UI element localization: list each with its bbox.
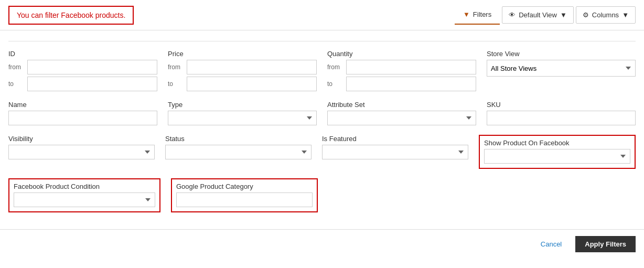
visibility-filter-group: Visibility <box>8 135 155 169</box>
default-view-chevron-icon: ▼ <box>560 11 567 19</box>
status-filter-group: Status <box>165 135 312 169</box>
sku-filter-group: SKU <box>487 101 636 125</box>
filter-row-1: ID from to Price from <box>8 50 636 91</box>
id-from-row: from <box>8 60 157 74</box>
visibility-select[interactable] <box>8 145 155 159</box>
filter-icon: ▼ <box>463 10 470 18</box>
sku-label: SKU <box>487 101 636 109</box>
columns-button[interactable]: ⚙ Columns ▼ <box>576 6 636 24</box>
google-product-category-input[interactable] <box>176 192 313 207</box>
is-featured-select[interactable] <box>322 145 468 159</box>
facebook-product-condition-select[interactable] <box>14 192 155 207</box>
cancel-button[interactable]: Cancel <box>535 237 567 251</box>
is-featured-label: Is Featured <box>322 135 468 143</box>
show-product-facebook-filter-group: Show Product On Facebook <box>479 135 636 169</box>
filter-message: You can filter Facebook products. <box>8 6 134 25</box>
quantity-to-label: to <box>327 80 342 88</box>
facebook-product-condition-filter-group: Facebook Product Condition <box>8 178 160 212</box>
attribute-set-label: Attribute Set <box>327 101 476 109</box>
top-bar-right: ▼ Filters 👁 Default View ▼ ⚙ Columns ▼ <box>455 5 636 25</box>
quantity-filter-group: Quantity from to <box>327 50 476 91</box>
divider <box>8 41 636 41</box>
quantity-label: Quantity <box>327 50 476 58</box>
sku-input[interactable] <box>487 111 636 125</box>
eye-icon: 👁 <box>509 11 516 19</box>
quantity-from-label: from <box>327 63 342 71</box>
action-bar: Cancel Apply Filters <box>0 229 644 259</box>
attribute-set-filter-group: Attribute Set <box>327 101 476 125</box>
facebook-product-condition-label: Facebook Product Condition <box>14 183 155 190</box>
id-from-to: from to <box>8 60 157 91</box>
visibility-label: Visibility <box>8 135 155 143</box>
type-filter-group: Type <box>168 101 317 125</box>
top-bar: You can filter Facebook products. ▼ Filt… <box>0 0 644 30</box>
id-to-label: to <box>8 80 23 88</box>
status-label: Status <box>165 135 312 143</box>
google-product-category-filter-group: Google Product Category <box>171 178 318 212</box>
price-from-label: from <box>168 63 183 71</box>
attribute-set-select[interactable] <box>327 111 476 125</box>
price-from-to: from to <box>168 60 317 91</box>
price-from-row: from <box>168 60 317 74</box>
default-view-label: Default View <box>519 11 557 19</box>
quantity-from-input[interactable] <box>346 60 476 74</box>
quantity-to-row: to <box>327 77 476 91</box>
price-to-row: to <box>168 77 317 91</box>
store-view-select[interactable]: All Store Views <box>487 60 636 77</box>
show-product-facebook-label: Show Product On Facebook <box>484 139 630 147</box>
id-from-label: from <box>8 63 23 71</box>
filters-tab[interactable]: ▼ Filters <box>455 5 500 25</box>
price-to-input[interactable] <box>187 77 317 91</box>
is-featured-filter-group: Is Featured <box>322 135 468 169</box>
top-bar-left: You can filter Facebook products. <box>8 6 134 25</box>
store-view-label: Store View <box>487 50 636 58</box>
price-to-label: to <box>168 80 183 88</box>
id-label: ID <box>8 50 157 58</box>
type-label: Type <box>168 101 317 109</box>
store-view-filter-group: Store View All Store Views <box>487 50 636 91</box>
columns-chevron-icon: ▼ <box>622 11 629 19</box>
name-label: Name <box>8 101 157 109</box>
status-select[interactable] <box>165 145 312 159</box>
columns-label: Columns <box>592 11 619 19</box>
filter-row-4: Facebook Product Condition Google Produc… <box>8 178 636 212</box>
price-from-input[interactable] <box>187 60 317 74</box>
filters-tab-label: Filters <box>473 10 491 18</box>
google-product-category-label: Google Product Category <box>176 183 313 190</box>
quantity-from-row: from <box>327 60 476 74</box>
id-to-input[interactable] <box>27 77 157 91</box>
id-to-row: to <box>8 77 157 91</box>
price-label: Price <box>168 50 317 58</box>
filter-area: ID from to Price from <box>0 30 644 227</box>
filter-row-3: Visibility Status Is Featured Show Produ… <box>8 135 636 169</box>
filter-row-2: Name Type Attribute Set SKU <box>8 101 636 125</box>
default-view-button[interactable]: 👁 Default View ▼ <box>502 6 574 24</box>
id-filter-group: ID from to <box>8 50 157 91</box>
quantity-to-input[interactable] <box>346 77 476 91</box>
name-input[interactable] <box>8 111 157 125</box>
name-filter-group: Name <box>8 101 157 125</box>
price-filter-group: Price from to <box>168 50 317 91</box>
type-select[interactable] <box>168 111 317 125</box>
show-product-facebook-select[interactable] <box>484 149 630 164</box>
quantity-from-to: from to <box>327 60 476 91</box>
id-from-input[interactable] <box>27 60 157 74</box>
apply-filters-button[interactable]: Apply Filters <box>575 236 636 252</box>
gear-icon: ⚙ <box>583 11 589 19</box>
